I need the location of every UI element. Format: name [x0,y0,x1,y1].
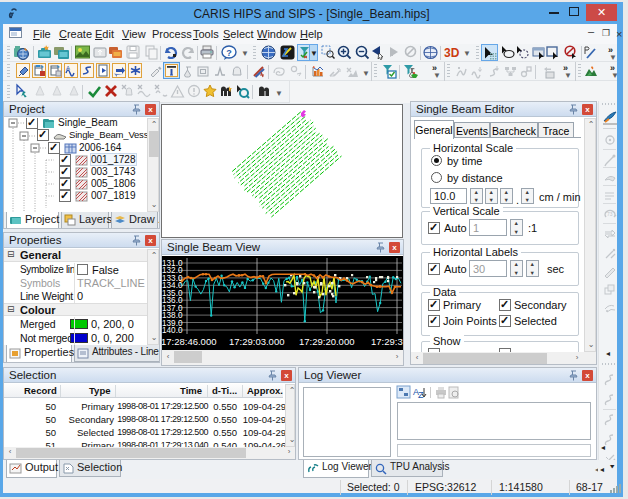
svg-text:17:28:46.000: 17:28:46.000 [161,336,216,347]
svg-text:17:29:20.000: 17:29:20.000 [299,336,354,347]
svg-text:140.0: 140.0 [162,326,183,335]
svg-text:17:29:03.000: 17:29:03.000 [229,336,284,347]
svg-text:17:29:37: 17:29:37 [371,336,404,347]
